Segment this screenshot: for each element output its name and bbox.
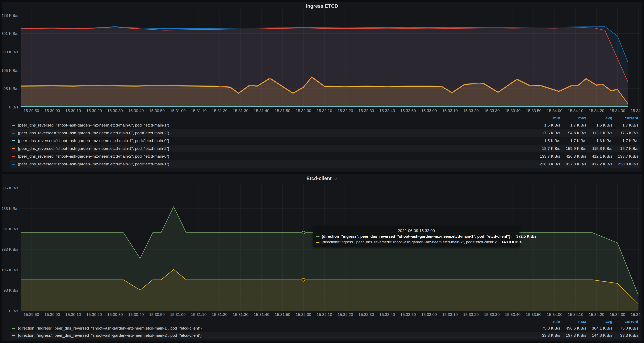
x-axis-tick-label: 15:29:50 [24, 108, 39, 113]
x-axis-tick-label: 15:30:50 [149, 312, 165, 317]
series-color-swatch [316, 236, 320, 237]
legend-row: {peer_dns_reversed="shoot--ash-garden--m… [10, 152, 640, 160]
x-axis-tick-label: 15:33:40 [505, 108, 520, 113]
legend-series-label[interactable]: {direction="ingress", peer_dns_reversed=… [18, 326, 202, 330]
legend-sort-current[interactable]: current [602, 116, 638, 120]
y-axis-tick-label: 391 KiB/s [2, 227, 18, 231]
legend-row: {peer_dns_reversed="shoot--ash-garden--m… [10, 145, 640, 152]
y-axis-tick-label: 195 KiB/s [2, 268, 18, 272]
series-color-swatch [12, 328, 15, 329]
panel1-title[interactable]: Ingress ETCD [306, 3, 338, 9]
legend-series-label[interactable]: {peer_dns_reversed="shoot--ash-garden--m… [18, 154, 169, 159]
etcd-client-legend: min max avg current {direction="ingress"… [2, 319, 642, 339]
x-axis-tick-label: 15:33:50 [526, 108, 542, 113]
legend-sort-current[interactable]: current [602, 319, 638, 324]
tooltip-timestamp: 2022-06-09 15:32:00 [316, 228, 516, 234]
y-axis-tick-label: 293 KiB/s [2, 50, 18, 54]
x-axis-tick-label: 15:30:00 [44, 108, 60, 113]
legend-row: {peer_dns_reversed="shoot--ash-garden--m… [10, 129, 640, 137]
legend-series-label[interactable]: {direction="ingress", peer_dns_reversed=… [18, 333, 202, 338]
series-color-swatch [12, 133, 15, 133]
y-axis-tick-label: 98 KiB/s [3, 86, 18, 91]
legend-stat-current: 33.3 KiB/s [602, 333, 638, 338]
legend-series-label[interactable]: {peer_dns_reversed="shoot--ash-garden--m… [18, 162, 169, 166]
chart-tooltip: 2022-06-09 15:32:00 {direction="ingress"… [313, 226, 520, 247]
x-axis-tick-label: 15:32:40 [379, 312, 395, 317]
x-axis-tick-label: 15:34:20 [589, 108, 604, 113]
tooltip-series-label: {direction="ingress", peer_dns_reversed=… [322, 240, 497, 244]
x-axis-tick-label: 15:30:10 [65, 108, 81, 113]
tooltip-series-value: 148.0 KiB/s [497, 240, 522, 244]
legend-row: {direction="ingress", peer_dns_reversed=… [10, 325, 640, 332]
legend-stat-current: 133.7 KiB/s [602, 154, 638, 159]
legend-stat-current: 1.7 KiB/s [602, 139, 638, 143]
chevron-down-icon[interactable] [334, 178, 338, 180]
x-axis-tick-label: 15:32:30 [358, 312, 374, 317]
x-axis-tick-label: 15:33:40 [505, 312, 520, 317]
x-axis-tick-label: 15:31:10 [191, 312, 206, 317]
x-axis-tick-label: 15:33:30 [484, 312, 500, 317]
series-fill [21, 27, 628, 107]
x-axis-tick-label: 15:32:00 [296, 108, 311, 113]
x-axis-tick-label: 15:34:00 [547, 312, 562, 317]
x-axis-tick-label: 15:30:10 [65, 312, 81, 317]
tooltip-row: {direction="ingress", peer_dns_reversed=… [316, 234, 516, 239]
y-axis-tick-label: 0 B/s [9, 105, 18, 109]
y-axis-tick-label: 293 KiB/s [2, 247, 18, 252]
tooltip-series-label: {direction="ingress", peer_dns_reversed=… [322, 234, 512, 239]
legend-series-label[interactable]: {peer_dns_reversed="shoot--ash-garden--m… [18, 146, 169, 151]
x-axis-tick-label: 15:31:00 [170, 312, 186, 317]
panel2-title[interactable]: Etcd-client [306, 176, 332, 181]
x-axis-tick-label: 15:32:50 [400, 108, 416, 113]
x-axis-tick-label: 15:31:20 [212, 312, 228, 317]
x-axis-tick-label: 15:31:50 [275, 108, 290, 113]
series-color-swatch [12, 140, 15, 141]
tooltip-row: {direction="ingress", peer_dns_reversed=… [316, 239, 516, 245]
legend-series-label[interactable]: {peer_dns_reversed="shoot--ash-garden--m… [18, 131, 169, 135]
y-axis-tick-label: 488 KiB/s [2, 13, 18, 18]
x-axis-tick-label: 15:32:10 [316, 312, 332, 317]
x-axis-tick-label: 15:34:10 [568, 108, 583, 113]
legend-row: {peer_dns_reversed="shoot--ash-garden--m… [10, 121, 640, 129]
x-axis-tick-label: 15:30:00 [44, 312, 60, 317]
x-axis-tick-label: 15:32:20 [338, 312, 353, 317]
panel2-header: Etcd-client [2, 174, 642, 183]
x-axis-tick-label: 15:32:30 [358, 108, 374, 113]
x-axis-tick-label: 15:32:40 [379, 108, 395, 113]
series-color-swatch [12, 164, 15, 165]
x-axis-tick-label: 15:29:50 [24, 312, 39, 317]
x-axis-tick-label: 15:34:10 [568, 312, 583, 317]
ingress-etcd-chart[interactable]: 15:29:5015:30:0015:30:1015:30:2015:30:30… [2, 2, 642, 116]
y-axis-tick-label: 488 KiB/s [2, 206, 18, 211]
x-axis-tick-label: 15:32:50 [400, 312, 416, 317]
x-axis-tick-label: 15:33:50 [526, 312, 542, 317]
panel-ingress-etcd: Ingress ETCD 15:29:5015:30:0015:30:1015:… [2, 2, 642, 172]
x-axis-tick-label: 15:32:00 [296, 312, 311, 317]
x-axis-tick-label: 15:33:00 [421, 312, 437, 317]
legend-stat-current: 18.7 KiB/s [602, 146, 638, 151]
legend-series-label[interactable]: {peer_dns_reversed="shoot--ash-garden--m… [18, 139, 169, 143]
x-axis-tick-label: 15:30:30 [107, 108, 123, 113]
x-axis-tick-label: 15:34:40 [630, 312, 642, 317]
x-axis-tick-label: 15:31:50 [275, 312, 290, 317]
x-axis-tick-label: 15:30:50 [149, 108, 165, 113]
x-axis-tick-label: 15:30:20 [86, 312, 102, 317]
hover-marker [302, 231, 305, 234]
hover-marker [302, 278, 305, 281]
legend-row: {peer_dns_reversed="shoot--ash-garden--m… [10, 137, 640, 145]
legend-row: {peer_dns_reversed="shoot--ash-garden--m… [10, 160, 640, 168]
x-axis-tick-label: 15:31:40 [254, 108, 269, 113]
x-axis-tick-label: 15:30:40 [128, 312, 144, 317]
x-axis-tick-label: 15:30:40 [128, 108, 144, 113]
y-axis-tick-label: 195 KiB/s [2, 68, 18, 73]
x-axis-tick-label: 15:33:30 [484, 108, 500, 113]
x-axis-tick-label: 15:33:10 [442, 108, 458, 113]
legend1-header: min max avg current [10, 116, 640, 121]
x-axis-tick-label: 15:34:30 [610, 108, 625, 113]
legend-row: {direction="ingress", peer_dns_reversed=… [10, 332, 640, 339]
series-color-swatch [12, 156, 15, 157]
legend-stat-current: 75.0 KiB/s [602, 326, 638, 330]
legend-series-label[interactable]: {peer_dns_reversed="shoot--ash-garden--m… [18, 123, 169, 128]
panel-etcd-client: Etcd-client 15:29:5015:30:0015:30:1015:3… [2, 174, 642, 341]
x-axis-tick-label: 15:34:20 [589, 312, 604, 317]
